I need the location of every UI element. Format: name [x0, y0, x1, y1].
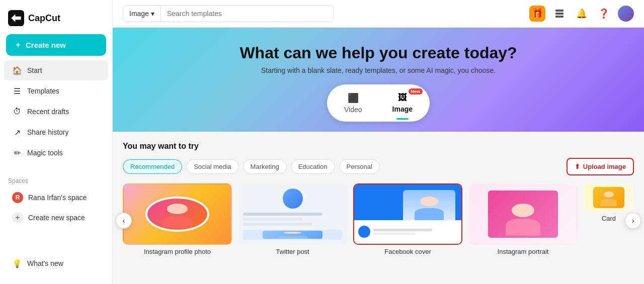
templates-icon: ☰ — [12, 86, 22, 96]
svg-rect-2 — [555, 13, 564, 15]
app-name: CapCut — [28, 13, 60, 24]
video-tab-label: Video — [344, 106, 362, 114]
stack-icon[interactable] — [551, 6, 568, 22]
plus-icon: ＋ — [14, 40, 22, 50]
create-new-label: Create new — [26, 41, 66, 49]
template-portrait-label: Instagram portrait — [468, 248, 578, 257]
twitter-avatar — [283, 188, 303, 209]
hero-subtitle: Starting with a blank slate, ready templ… — [123, 66, 634, 74]
bulb-icon: 💡 — [12, 258, 22, 268]
sidebar-item-recent-drafts-label: Recent drafts — [27, 108, 69, 116]
upload-icon: ⬆ — [575, 163, 580, 170]
create-new-button[interactable]: ＋ Create new — [6, 34, 106, 56]
templates-section: You may want to try Recommended Social m… — [113, 132, 644, 267]
template-facebook-cover[interactable]: Facebook cover — [353, 183, 462, 257]
search-bar: Image ▾ — [123, 5, 334, 22]
template-instagram-thumb — [123, 183, 232, 245]
space-rana-label: Rana Irfan's space — [28, 194, 87, 202]
magic-icon: ✏ — [12, 148, 22, 158]
svg-rect-3 — [555, 16, 564, 18]
layers-icon — [554, 9, 565, 19]
gift-icon[interactable]: 🎁 — [529, 6, 545, 22]
home-icon: 🏠 — [12, 65, 22, 75]
twitter-image-area — [243, 230, 342, 240]
templates-carousel: ‹ Instagram profile photo — [123, 183, 634, 257]
sidebar-item-magic-tools-label: Magic tools — [27, 149, 63, 157]
bell-icon[interactable]: 🔔 — [574, 6, 590, 22]
create-space-label: Create new space — [28, 214, 85, 222]
main-content: Image ▾ 🎁 🔔 ❓ What can we help you creat… — [113, 0, 644, 284]
spaces-label: Spaces — [0, 175, 112, 187]
card-shape — [593, 187, 624, 208]
template-instagram-portrait[interactable]: Instagram portrait — [468, 183, 578, 257]
search-type-dropdown[interactable]: Image ▾ — [123, 6, 161, 22]
add-space-icon: + — [12, 212, 23, 223]
twitter-line-3 — [243, 223, 312, 226]
image-tab-label: Image — [392, 105, 413, 113]
image-tab-icon: 🖼 — [398, 92, 407, 103]
filter-education[interactable]: Education — [291, 159, 335, 174]
template-twitter-post[interactable]: Twitter post — [238, 183, 347, 257]
sidebar-item-whats-new[interactable]: 💡 What's new — [4, 253, 108, 273]
hero-title: What can we help you create today? — [123, 44, 634, 62]
share-icon: ↗ — [12, 127, 22, 137]
sidebar-item-recent-drafts[interactable]: ⏱ Recent drafts — [4, 102, 108, 122]
sidebar-item-share-history[interactable]: ↗ Share history — [4, 122, 108, 142]
search-input[interactable] — [161, 6, 334, 22]
filter-recommended[interactable]: Recommended — [123, 159, 182, 174]
filter-tags: Recommended Social media Marketing Educa… — [123, 159, 380, 174]
video-tab-icon: ⬛ — [348, 92, 359, 104]
sidebar-nav: 🏠 Start ☰ Templates ⏱ Recent drafts ↗ Sh… — [0, 60, 112, 163]
twitter-line-2 — [243, 218, 302, 221]
carousel-prev-button[interactable]: ‹ — [116, 213, 132, 229]
fb-avatar — [358, 226, 370, 238]
hero-tabs: ⬛ Video New 🖼 Image — [327, 84, 430, 122]
help-icon[interactable]: ❓ — [596, 6, 612, 22]
filter-social-media[interactable]: Social media — [186, 159, 238, 174]
section-title: You may want to try — [123, 142, 634, 151]
hero-tab-video[interactable]: ⬛ Video — [330, 87, 376, 119]
capcut-logo-icon — [8, 10, 24, 26]
new-badge: New — [409, 88, 423, 94]
template-portrait-thumb — [468, 183, 578, 245]
template-twitter-label: Twitter post — [238, 248, 347, 257]
sidebar-space-rana[interactable]: R Rana Irfan's space — [4, 188, 108, 207]
template-facebook-label: Facebook cover — [353, 248, 462, 257]
sidebar-item-start[interactable]: 🏠 Start — [4, 60, 108, 80]
fb-header-area — [354, 184, 461, 220]
sidebar-item-share-history-label: Share history — [27, 128, 68, 136]
hero-tab-image[interactable]: New 🖼 Image — [378, 87, 427, 119]
twitter-person — [263, 231, 322, 239]
logo: CapCut — [0, 6, 112, 34]
sidebar-item-magic-tools[interactable]: ✏ Magic tools — [4, 143, 108, 163]
whats-new-label: What's new — [27, 259, 63, 267]
portrait-card — [488, 191, 557, 238]
search-type-label: Image — [129, 10, 149, 18]
carousel-next-button[interactable]: › — [625, 213, 641, 229]
filter-personal[interactable]: Personal — [339, 159, 380, 174]
template-instagram-label: Instagram profile photo — [123, 248, 232, 257]
user-avatar[interactable] — [618, 6, 634, 22]
fb-text-area — [373, 229, 457, 235]
space-avatar: R — [12, 192, 23, 203]
template-instagram-profile[interactable]: Instagram profile photo — [123, 183, 232, 257]
sidebar-item-templates[interactable]: ☰ Templates — [4, 81, 108, 101]
header: Image ▾ 🎁 🔔 ❓ — [113, 0, 644, 28]
filter-marketing[interactable]: Marketing — [243, 159, 287, 174]
sidebar-item-start-label: Start — [27, 66, 42, 74]
person-head — [167, 204, 188, 214]
template-card-thumb — [584, 183, 634, 212]
hero-banner: What can we help you create today? Start… — [113, 28, 644, 132]
sidebar: CapCut ＋ Create new 🏠 Start ☰ Templates … — [0, 0, 113, 284]
instagram-person — [147, 199, 208, 230]
upload-button-label: Upload image — [583, 163, 626, 170]
chevron-down-icon: ▾ — [151, 10, 154, 18]
template-twitter-thumb — [238, 183, 347, 245]
fb-person-shape — [403, 190, 455, 220]
sidebar-create-space[interactable]: + Create new space — [4, 208, 108, 227]
content-area: What can we help you create today? Start… — [113, 28, 644, 284]
filter-bar: Recommended Social media Marketing Educa… — [123, 158, 634, 175]
header-actions: 🎁 🔔 ❓ — [529, 6, 634, 22]
twitter-line-1 — [243, 213, 323, 216]
upload-image-button[interactable]: ⬆ Upload image — [567, 158, 634, 175]
